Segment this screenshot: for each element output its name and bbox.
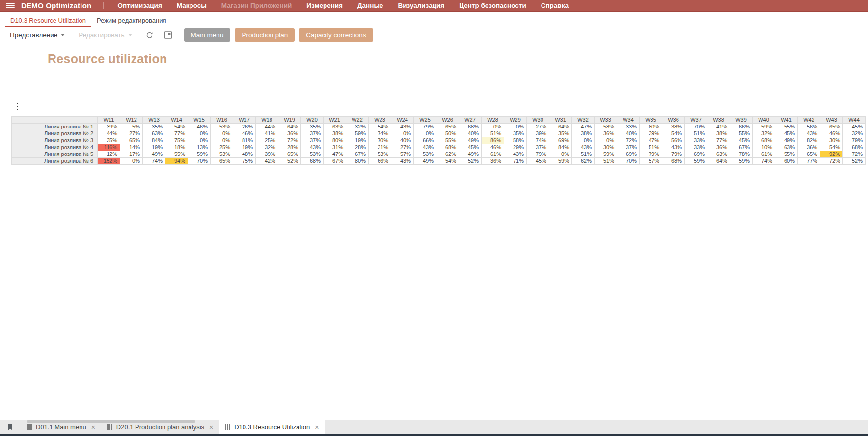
cell-W40-row5[interactable]: 61% bbox=[753, 151, 775, 158]
bookmark-icon[interactable] bbox=[0, 420, 21, 434]
cell-W13-row2[interactable]: 63% bbox=[143, 130, 165, 137]
cell-W21-row5[interactable]: 47% bbox=[324, 151, 346, 158]
cell-W14-row4[interactable]: 18% bbox=[165, 144, 188, 151]
cell-W30-row3[interactable]: 74% bbox=[527, 137, 549, 144]
cell-W39-row2[interactable]: 55% bbox=[730, 130, 753, 137]
column-header-W23[interactable]: W23 bbox=[369, 117, 391, 124]
refresh-icon[interactable] bbox=[146, 31, 153, 39]
cell-W25-row4[interactable]: 43% bbox=[414, 144, 436, 151]
cell-W14-row5[interactable]: 55% bbox=[165, 151, 188, 158]
menu-item-dimensions[interactable]: Измерения bbox=[306, 2, 343, 9]
cell-W36-row6[interactable]: 68% bbox=[662, 158, 685, 165]
cell-W23-row1[interactable]: 54% bbox=[369, 124, 391, 130]
cell-W32-row5[interactable]: 51% bbox=[572, 151, 595, 158]
menu-item-help[interactable]: Справка bbox=[541, 2, 569, 9]
cell-W13-row5[interactable]: 49% bbox=[143, 151, 165, 158]
cell-W33-row5[interactable]: 59% bbox=[595, 151, 617, 158]
menu-item-visualization[interactable]: Визуализация bbox=[398, 2, 444, 9]
cell-W24-row4[interactable]: 27% bbox=[391, 144, 414, 151]
cell-W34-row2[interactable]: 40% bbox=[617, 130, 640, 137]
cell-W17-row4[interactable]: 19% bbox=[233, 144, 256, 151]
column-header-W26[interactable]: W26 bbox=[436, 117, 459, 124]
row-label-2[interactable]: Линия розлива № 2 bbox=[12, 130, 98, 137]
column-header-W17[interactable]: W17 bbox=[233, 117, 256, 124]
cell-W32-row4[interactable]: 43% bbox=[572, 144, 595, 151]
menu-item-data[interactable]: Данные bbox=[357, 2, 383, 9]
cell-W23-row3[interactable]: 70% bbox=[369, 137, 391, 144]
cell-W17-row3[interactable]: 81% bbox=[233, 137, 256, 144]
cell-W22-row3[interactable]: 19% bbox=[346, 137, 369, 144]
cell-W25-row3[interactable]: 66% bbox=[414, 137, 436, 144]
cell-W26-row6[interactable]: 54% bbox=[436, 158, 459, 165]
cell-W18-row5[interactable]: 39% bbox=[256, 151, 278, 158]
cell-W21-row3[interactable]: 80% bbox=[324, 137, 346, 144]
view-dropdown[interactable]: Представление bbox=[10, 31, 65, 39]
image-icon[interactable] bbox=[164, 31, 172, 39]
cell-W12-row6[interactable]: 0% bbox=[120, 158, 143, 165]
cell-W37-row3[interactable]: 33% bbox=[685, 137, 707, 144]
column-header-W44[interactable]: W44 bbox=[843, 117, 866, 124]
cell-W27-row2[interactable]: 40% bbox=[459, 130, 482, 137]
cell-W44-row6[interactable]: 52% bbox=[843, 158, 866, 165]
cell-W27-row1[interactable]: 68% bbox=[459, 124, 482, 130]
cell-W37-row2[interactable]: 51% bbox=[685, 130, 707, 137]
cell-W33-row4[interactable]: 30% bbox=[595, 144, 617, 151]
column-header-W34[interactable]: W34 bbox=[617, 117, 640, 124]
cell-W37-row4[interactable]: 33% bbox=[685, 144, 707, 151]
cell-W39-row1[interactable]: 66% bbox=[730, 124, 753, 130]
cell-W43-row6[interactable]: 72% bbox=[820, 158, 843, 165]
cell-W11-row5[interactable]: 12% bbox=[98, 151, 120, 158]
cell-W42-row6[interactable]: 77% bbox=[798, 158, 820, 165]
cell-W23-row4[interactable]: 31% bbox=[369, 144, 391, 151]
column-header-W39[interactable]: W39 bbox=[730, 117, 753, 124]
cell-W28-row4[interactable]: 46% bbox=[482, 144, 504, 151]
cell-W34-row6[interactable]: 70% bbox=[617, 158, 640, 165]
cell-W15-row2[interactable]: 0% bbox=[188, 130, 211, 137]
column-header-W21[interactable]: W21 bbox=[324, 117, 346, 124]
column-header-W12[interactable]: W12 bbox=[120, 117, 143, 124]
cell-W43-row2[interactable]: 46% bbox=[820, 130, 843, 137]
column-header-W33[interactable]: W33 bbox=[595, 117, 617, 124]
cell-W12-row4[interactable]: 14% bbox=[120, 144, 143, 151]
cell-W27-row6[interactable]: 52% bbox=[459, 158, 482, 165]
cell-W17-row2[interactable]: 46% bbox=[233, 130, 256, 137]
cell-W22-row5[interactable]: 67% bbox=[346, 151, 369, 158]
cell-W38-row5[interactable]: 63% bbox=[707, 151, 730, 158]
cell-W43-row1[interactable]: 65% bbox=[820, 124, 843, 130]
cell-W37-row1[interactable]: 70% bbox=[685, 124, 707, 130]
cell-W18-row6[interactable]: 42% bbox=[256, 158, 278, 165]
close-icon[interactable]: × bbox=[209, 423, 213, 431]
cell-W30-row1[interactable]: 27% bbox=[527, 124, 549, 130]
cell-W44-row1[interactable]: 45% bbox=[843, 124, 866, 130]
row-label-1[interactable]: Линия розлива № 1 bbox=[12, 124, 98, 130]
cell-W21-row2[interactable]: 38% bbox=[324, 130, 346, 137]
cell-W33-row6[interactable]: 51% bbox=[595, 158, 617, 165]
column-header-W41[interactable]: W41 bbox=[775, 117, 798, 124]
menu-item-optimization[interactable]: Оптимизация bbox=[117, 2, 162, 9]
cell-W38-row2[interactable]: 38% bbox=[707, 130, 730, 137]
cell-W22-row6[interactable]: 80% bbox=[346, 158, 369, 165]
row-label-5[interactable]: Линия розлива № 5 bbox=[12, 151, 98, 158]
cell-W14-row1[interactable]: 54% bbox=[165, 124, 188, 130]
cell-W15-row6[interactable]: 70% bbox=[188, 158, 211, 165]
cell-W16-row2[interactable]: 0% bbox=[211, 130, 233, 137]
cell-W23-row2[interactable]: 74% bbox=[369, 130, 391, 137]
close-icon[interactable]: × bbox=[315, 423, 319, 431]
cell-W15-row1[interactable]: 46% bbox=[188, 124, 211, 130]
column-header-W24[interactable]: W24 bbox=[391, 117, 414, 124]
cell-W38-row3[interactable]: 77% bbox=[707, 137, 730, 144]
cell-W21-row1[interactable]: 63% bbox=[324, 124, 346, 130]
column-header-W38[interactable]: W38 bbox=[707, 117, 730, 124]
cell-W13-row4[interactable]: 19% bbox=[143, 144, 165, 151]
cell-W32-row6[interactable]: 62% bbox=[572, 158, 595, 165]
cell-W13-row3[interactable]: 84% bbox=[143, 137, 165, 144]
cell-W43-row3[interactable]: 30% bbox=[820, 137, 843, 144]
column-header-W31[interactable]: W31 bbox=[549, 117, 572, 124]
cell-W30-row6[interactable]: 45% bbox=[527, 158, 549, 165]
column-header-W18[interactable]: W18 bbox=[256, 117, 278, 124]
cell-W19-row1[interactable]: 64% bbox=[278, 124, 301, 130]
cell-W20-row4[interactable]: 43% bbox=[301, 144, 324, 151]
cell-W28-row6[interactable]: 36% bbox=[482, 158, 504, 165]
cell-W25-row2[interactable]: 0% bbox=[414, 130, 436, 137]
cell-W17-row5[interactable]: 48% bbox=[233, 151, 256, 158]
